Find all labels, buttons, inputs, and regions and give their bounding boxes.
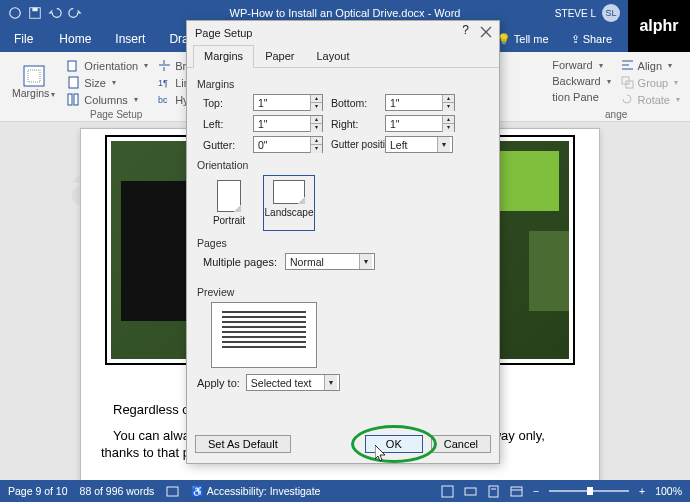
svg-rect-3 — [24, 66, 44, 86]
dialog-tabs: Margins Paper Layout — [187, 45, 499, 68]
svg-point-0 — [10, 8, 21, 19]
svg-rect-8 — [74, 94, 78, 105]
group-label-arrange: ange — [550, 107, 682, 120]
web-view-icon[interactable] — [510, 485, 523, 498]
portrait-button[interactable]: Portrait — [203, 175, 255, 231]
alphr-logo: alphr — [628, 0, 690, 52]
redo-icon[interactable] — [68, 6, 82, 20]
bottom-spinner[interactable]: 1"▴▾ — [385, 94, 455, 111]
dialog-help-icon[interactable]: ? — [462, 23, 469, 37]
dialog-titlebar[interactable]: Page Setup ? — [187, 21, 499, 45]
size-button[interactable]: Size — [65, 75, 150, 90]
applyto-label: Apply to: — [197, 377, 240, 389]
autosave-icon[interactable] — [8, 6, 22, 20]
undo-icon[interactable] — [48, 6, 62, 20]
svg-text:1¶: 1¶ — [158, 78, 168, 88]
dialog-tab-margins[interactable]: Margins — [193, 45, 254, 68]
section-margins: Margins — [197, 78, 489, 90]
svg-rect-16 — [489, 486, 498, 497]
avatar[interactable]: SL — [602, 4, 620, 22]
svg-rect-6 — [69, 77, 78, 88]
read-view-icon[interactable] — [464, 485, 477, 498]
align-button[interactable]: Align — [619, 58, 682, 73]
zoom-slider[interactable] — [549, 490, 629, 492]
rotate-button[interactable]: Rotate — [619, 92, 682, 107]
left-spinner[interactable]: 1"▴▾ — [253, 115, 323, 132]
spellcheck-icon[interactable] — [166, 485, 179, 498]
svg-rect-18 — [511, 487, 522, 496]
gutter-spinner[interactable]: 0"▴▾ — [253, 136, 323, 153]
status-bar: Page 9 of 10 88 of 996 words ♿ Accessibi… — [0, 480, 690, 502]
page-setup-dialog: Page Setup ? Margins Paper Layout Margin… — [186, 20, 500, 464]
zoom-in[interactable]: + — [639, 485, 645, 497]
gutter-label: Gutter: — [203, 139, 245, 151]
tab-file[interactable]: File — [0, 26, 47, 52]
svg-text:bc: bc — [158, 95, 168, 105]
close-icon[interactable] — [479, 25, 493, 39]
svg-rect-5 — [68, 61, 76, 71]
section-pages: Pages — [197, 237, 489, 249]
gutterpos-label: Gutter position: — [331, 139, 377, 150]
selection-pane-button[interactable]: tion Pane — [550, 90, 612, 104]
top-label: Top: — [203, 97, 245, 109]
svg-rect-2 — [32, 8, 37, 12]
zoom-value[interactable]: 100% — [655, 485, 682, 497]
gutterpos-combo[interactable]: Left — [385, 136, 453, 153]
quick-access-toolbar — [0, 6, 82, 20]
svg-rect-13 — [167, 487, 178, 496]
focus-view-icon[interactable] — [441, 485, 454, 498]
margins-button[interactable]: Margins — [8, 56, 59, 107]
group-button[interactable]: Group — [619, 75, 682, 90]
section-orientation: Orientation — [197, 159, 489, 171]
save-icon[interactable] — [28, 6, 42, 20]
dialog-tab-layout[interactable]: Layout — [305, 45, 360, 67]
print-view-icon[interactable] — [487, 485, 500, 498]
applyto-combo[interactable]: Selected text — [246, 374, 340, 391]
top-spinner[interactable]: 1"▴▾ — [253, 94, 323, 111]
tellme[interactable]: 💡Tell me — [491, 33, 555, 46]
multipages-label: Multiple pages: — [203, 256, 277, 268]
tab-insert[interactable]: Insert — [103, 26, 157, 52]
cursor-icon — [375, 445, 388, 463]
svg-rect-15 — [465, 488, 476, 495]
right-spinner[interactable]: 1"▴▾ — [385, 115, 455, 132]
orientation-button[interactable]: Orientation — [65, 58, 150, 73]
preview-box — [211, 302, 317, 368]
document-title: WP-How to Install an Optical Drive.docx … — [230, 7, 461, 19]
send-backward-button[interactable]: Backward — [550, 74, 612, 88]
columns-button[interactable]: Columns — [65, 92, 150, 107]
share-button[interactable]: ⇪Share — [565, 33, 618, 46]
dialog-tab-paper[interactable]: Paper — [254, 45, 305, 67]
accessibility-status[interactable]: ♿ Accessibility: Investigate — [191, 485, 320, 498]
ok-button[interactable]: OK — [365, 435, 423, 453]
right-label: Right: — [331, 118, 377, 130]
word-count[interactable]: 88 of 996 words — [80, 485, 155, 497]
bring-forward-button[interactable]: Forward — [550, 58, 612, 72]
user-name: STEVE L — [555, 8, 596, 19]
zoom-out[interactable]: − — [533, 485, 539, 497]
set-default-button[interactable]: Set As Default — [195, 435, 291, 453]
section-preview: Preview — [197, 286, 489, 298]
left-label: Left: — [203, 118, 245, 130]
tab-home[interactable]: Home — [47, 26, 103, 52]
bottom-label: Bottom: — [331, 97, 377, 109]
user-area: STEVE L SL — [555, 4, 620, 22]
multipages-combo[interactable]: Normal — [285, 253, 375, 270]
landscape-button[interactable]: Landscape — [263, 175, 315, 231]
page-indicator[interactable]: Page 9 of 10 — [8, 485, 68, 497]
svg-rect-7 — [68, 94, 72, 105]
cancel-button[interactable]: Cancel — [431, 435, 491, 453]
svg-rect-14 — [442, 486, 453, 497]
dialog-title: Page Setup — [195, 27, 253, 39]
